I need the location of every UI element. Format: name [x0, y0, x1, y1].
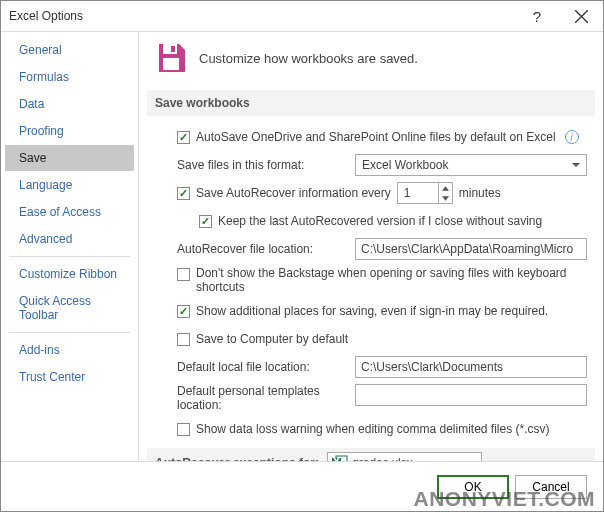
show-additional-checkbox[interactable] [177, 305, 190, 318]
excel-options-dialog: Excel Options ? General Formulas Data Pr… [0, 0, 604, 512]
sidebar-item-quick-access-toolbar[interactable]: Quick Access Toolbar [5, 288, 134, 328]
autorecover-location-label: AutoRecover file location: [177, 242, 349, 256]
row-show-additional: Show additional places for saving, even … [155, 300, 587, 322]
autosave-onedrive-checkbox[interactable] [177, 131, 190, 144]
sidebar-item-data[interactable]: Data [5, 91, 134, 117]
chevron-down-icon [572, 161, 580, 169]
hero: Customize how workbooks are saved. [155, 42, 587, 74]
row-dont-show-backstage: Don't show the Backstage when opening or… [155, 266, 587, 294]
svg-rect-4 [163, 58, 179, 70]
csv-warning-label: Show data loss warning when editing comm… [196, 422, 550, 436]
sidebar-item-customize-ribbon[interactable]: Customize Ribbon [5, 261, 134, 287]
row-autorecover-interval: Save AutoRecover information every 1 min… [155, 182, 587, 204]
sidebar-item-add-ins[interactable]: Add-ins [5, 337, 134, 363]
default-local-input[interactable]: C:\Users\Clark\Documents [355, 356, 587, 378]
close-button[interactable] [559, 1, 603, 31]
help-button[interactable]: ? [515, 1, 559, 31]
autorecover-minutes-spinner[interactable]: 1 [397, 182, 453, 204]
autorecover-minutes-value: 1 [398, 186, 438, 200]
section-autorecover-exceptions: AutoRecover exceptions for: X grades.xls… [147, 448, 595, 461]
sidebar-item-formulas[interactable]: Formulas [5, 64, 134, 90]
keep-last-checkbox[interactable] [199, 215, 212, 228]
sidebar-separator [9, 332, 130, 333]
save-autorecover-pre: Save AutoRecover information every [196, 186, 391, 200]
sidebar-item-advanced[interactable]: Advanced [5, 226, 134, 252]
spinner-up[interactable] [439, 183, 452, 193]
dont-show-backstage-label: Don't show the Backstage when opening or… [196, 266, 587, 294]
titlebar: Excel Options ? [1, 1, 603, 31]
sidebar-item-language[interactable]: Language [5, 172, 134, 198]
dialog-body: General Formulas Data Proofing Save Lang… [1, 31, 603, 461]
spinner-down[interactable] [439, 193, 452, 203]
row-csv-warning: Show data loss warning when editing comm… [155, 418, 587, 440]
cancel-button[interactable]: Cancel [515, 475, 587, 499]
info-icon[interactable]: i [565, 130, 579, 144]
close-icon [575, 10, 588, 23]
save-autorecover-checkbox[interactable] [177, 187, 190, 200]
row-default-templates: Default personal templates location: [155, 384, 587, 412]
sidebar: General Formulas Data Proofing Save Lang… [1, 32, 139, 461]
sidebar-separator [9, 256, 130, 257]
save-format-select[interactable]: Excel Workbook [355, 154, 587, 176]
sidebar-item-trust-center[interactable]: Trust Center [5, 364, 134, 390]
dont-show-backstage-checkbox[interactable] [177, 268, 190, 281]
sidebar-item-proofing[interactable]: Proofing [5, 118, 134, 144]
save-icon [155, 42, 187, 74]
section-save-workbooks: Save workbooks [147, 90, 595, 116]
save-format-label: Save files in this format: [177, 158, 349, 172]
dialog-footer: OK Cancel ANONYVIET.COM [1, 461, 603, 511]
default-local-label: Default local file location: [177, 360, 349, 374]
default-templates-input[interactable] [355, 384, 587, 406]
default-templates-label: Default personal templates location: [177, 384, 349, 412]
row-autorecover-location: AutoRecover file location: C:\Users\Clar… [155, 238, 587, 260]
window-title: Excel Options [9, 9, 515, 23]
sidebar-item-ease-of-access[interactable]: Ease of Access [5, 199, 134, 225]
hero-text: Customize how workbooks are saved. [199, 51, 418, 66]
autorecover-location-input[interactable]: C:\Users\Clark\AppData\Roaming\Micro [355, 238, 587, 260]
ok-button[interactable]: OK [437, 475, 509, 499]
exceptions-workbook-select[interactable]: X grades.xlsx [327, 452, 482, 461]
save-autorecover-post: minutes [459, 186, 501, 200]
svg-rect-3 [171, 46, 175, 52]
csv-warning-checkbox[interactable] [177, 423, 190, 436]
autosave-onedrive-label: AutoSave OneDrive and SharePoint Online … [196, 130, 556, 144]
save-format-value: Excel Workbook [362, 158, 448, 172]
row-save-format: Save files in this format: Excel Workboo… [155, 154, 587, 176]
question-icon: ? [533, 8, 541, 25]
keep-last-label: Keep the last AutoRecovered version if I… [218, 214, 542, 228]
main-panel: Customize how workbooks are saved. Save … [139, 32, 603, 461]
sidebar-item-general[interactable]: General [5, 37, 134, 63]
row-default-local: Default local file location: C:\Users\Cl… [155, 356, 587, 378]
row-keep-last: Keep the last AutoRecovered version if I… [155, 210, 587, 232]
row-autosave-onedrive: AutoSave OneDrive and SharePoint Online … [155, 126, 587, 148]
show-additional-label: Show additional places for saving, even … [196, 304, 548, 318]
row-save-to-computer: Save to Computer by default [155, 328, 587, 350]
save-to-computer-checkbox[interactable] [177, 333, 190, 346]
sidebar-item-save[interactable]: Save [5, 145, 134, 171]
save-to-computer-label: Save to Computer by default [196, 332, 348, 346]
